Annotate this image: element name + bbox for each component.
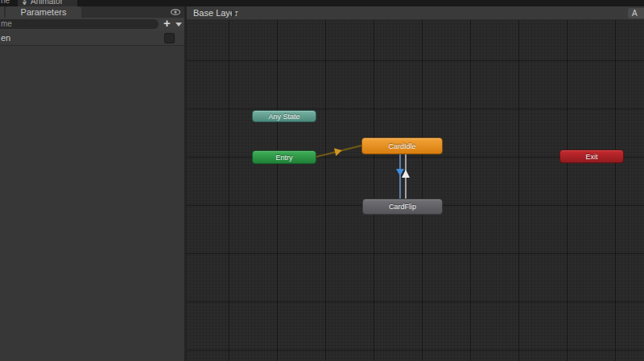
parameter-name: en [1,31,10,46]
animator-graph: Base Layer A Any State Entry CardIdle Ca… [187,6,644,361]
panel-divider[interactable] [184,6,187,361]
graph-canvas[interactable]: Any State Entry CardIdle CardFlip Exit [187,20,644,361]
search-input[interactable]: me [0,19,159,29]
breadcrumb-bar: Base Layer A [187,6,644,20]
state-node-cardidle[interactable]: CardIdle [361,137,443,154]
tab-animator-label: Animator [31,0,63,6]
parameters-empty-area [0,47,185,361]
state-node-cardflip[interactable]: CardFlip [362,199,443,215]
add-parameter-button[interactable]: + [161,16,173,31]
state-node-any-state[interactable]: Any State [252,110,316,122]
chevron-down-icon[interactable] [175,23,182,27]
animator-icon [21,0,28,6]
state-node-entry[interactable]: Entry [252,150,316,164]
auto-live-link-button[interactable]: A [628,8,644,18]
breadcrumb-chevron-icon [232,10,237,18]
window-tab-strip: ne Animator [0,0,644,6]
tab-scene-fragment[interactable]: ne [1,0,10,6]
panel-tabbar: Parameters [0,6,185,18]
transition-arrow-right-icon[interactable] [334,146,343,156]
tab-animator[interactable]: Animator [18,0,77,6]
tab-layers-fragment[interactable] [0,6,4,18]
state-node-exit[interactable]: Exit [559,150,624,163]
tab-parameters[interactable]: Parameters [6,6,81,18]
parameter-search-row: me + [0,18,185,31]
parameter-bool-checkbox[interactable] [164,33,175,43]
animator-window: ne Animator Parameters me + [0,0,644,361]
parameter-row[interactable]: en [0,31,185,46]
parameters-panel: Parameters me + en [0,6,185,361]
transition-cardidle-to-cardflip[interactable] [399,154,401,199]
transition-arrow-up-icon[interactable] [402,170,410,178]
